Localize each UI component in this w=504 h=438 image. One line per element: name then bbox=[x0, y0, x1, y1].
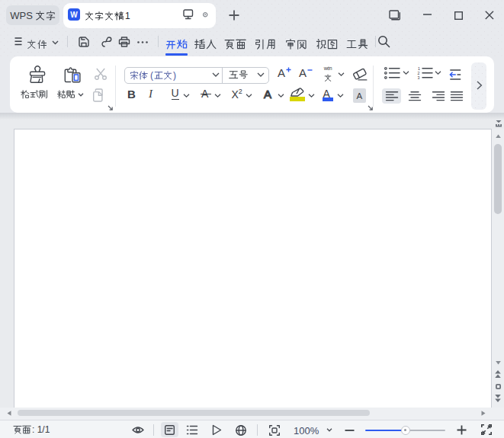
svg-text:3: 3 bbox=[418, 75, 420, 80]
